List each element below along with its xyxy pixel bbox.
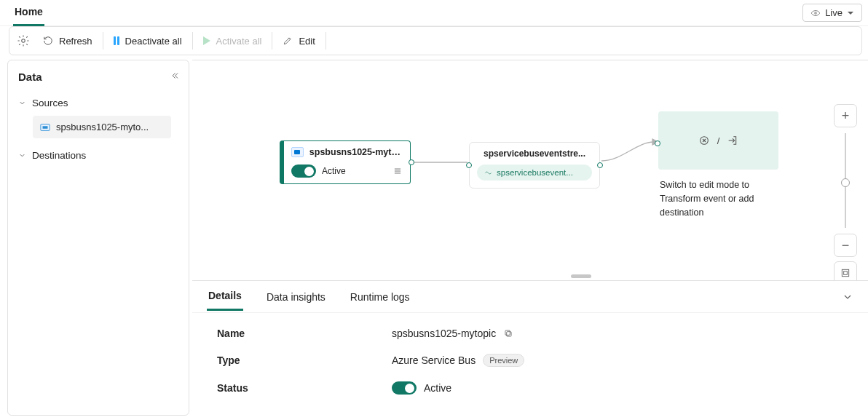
stream-icon (484, 169, 492, 177)
destination-help-text: Switch to edit mode to Transform event o… (658, 178, 778, 219)
source-active-toggle[interactable] (291, 165, 316, 178)
svg-rect-9 (505, 330, 510, 335)
destinations-accordion[interactable]: Destinations (12, 146, 184, 165)
node-output-port[interactable] (597, 162, 603, 168)
destination-placeholder[interactable]: / Switch to edit mode to Transform event… (658, 111, 778, 219)
svg-rect-3 (43, 126, 48, 129)
sources-label: Sources (32, 98, 68, 108)
data-sidebar: Data Sources spsbusns1025-myto... Destin… (7, 60, 189, 416)
eye-icon (810, 8, 821, 18)
zoom-thumb[interactable] (841, 178, 850, 187)
node-input-port[interactable] (655, 140, 660, 146)
stream-node-title: spservicebuseventstre... (477, 148, 592, 159)
edit-button[interactable]: Edit (272, 31, 325, 51)
details-body: Name spsbusns1025-mytopic Type Azure Ser… (192, 313, 868, 420)
stream-chip: spservicebusevent... (477, 165, 592, 181)
node-input-port[interactable] (466, 162, 472, 168)
caret-down-icon (847, 9, 854, 17)
sidebar-title: Data (18, 71, 178, 83)
tab-runtime-logs[interactable]: Runtime logs (349, 284, 411, 310)
sidebar-source-label: spsbusns1025-myto... (56, 122, 149, 132)
header: Home Live (0, 0, 868, 26)
live-label: Live (825, 7, 843, 18)
detail-row-name: Name spsbusns1025-mytopic (217, 328, 843, 339)
gear-icon[interactable] (17, 34, 30, 47)
deactivate-all-label: Deactivate all (125, 36, 182, 47)
activate-all-label: Activate all (216, 36, 262, 47)
service-bus-icon (40, 122, 50, 132)
details-panel: Details Data insights Runtime logs Name … (192, 280, 868, 420)
destination-iconbox: / (658, 111, 778, 170)
sidebar-source-item[interactable]: spsbusns1025-myto... (33, 116, 171, 138)
panel-resize-handle[interactable] (571, 274, 591, 278)
preview-badge: Preview (483, 354, 524, 367)
zoom-out-button[interactable]: − (834, 234, 857, 257)
tab-home[interactable]: Home (13, 0, 44, 26)
flow-canvas[interactable]: spsbusns1025-mytopic Active spservicebus… (192, 60, 868, 279)
detail-row-status: Status Active (217, 381, 843, 395)
svg-point-1 (22, 39, 25, 43)
activate-all-button: Activate all (193, 31, 272, 51)
svg-rect-8 (507, 332, 511, 336)
detail-row-type: Type Azure Service Bus Preview (217, 354, 843, 367)
fit-screen-icon (840, 268, 851, 278)
chevron-down-icon (18, 151, 26, 159)
svg-point-0 (815, 12, 817, 14)
copy-icon[interactable] (503, 328, 513, 338)
edit-label: Edit (299, 36, 315, 47)
transform-icon (698, 135, 710, 146)
hamburger-icon[interactable] (392, 166, 403, 176)
service-bus-icon (291, 147, 304, 157)
svg-rect-7 (844, 272, 848, 275)
sources-accordion[interactable]: Sources (12, 93, 184, 113)
details-tabs: Details Data insights Runtime logs (192, 281, 868, 313)
zoom-slider[interactable] (845, 133, 846, 228)
slash-separator: / (717, 135, 720, 146)
source-node-title: spsbusns1025-mytopic (309, 147, 403, 157)
zoom-control: + − (833, 104, 858, 285)
toolbar: Refresh Deactivate all Activate all Edit (9, 26, 862, 55)
destinations-label: Destinations (32, 150, 86, 161)
tab-details[interactable]: Details (207, 282, 243, 311)
name-value: spsbusns1025-mytopic (392, 328, 496, 339)
stream-chip-label: spservicebusevent... (497, 168, 573, 177)
connector (600, 133, 661, 162)
status-value: Active (424, 382, 451, 394)
type-label: Type (217, 354, 392, 366)
svg-rect-6 (842, 269, 848, 276)
stream-node[interactable]: spservicebuseventstre... spservicebuseve… (469, 142, 600, 189)
name-label: Name (217, 328, 392, 339)
edit-icon (283, 36, 293, 46)
tab-data-insights[interactable]: Data insights (265, 284, 327, 310)
source-status-label: Active (322, 166, 346, 176)
refresh-label: Refresh (59, 36, 92, 47)
collapse-sidebar-icon[interactable] (170, 71, 180, 81)
canvas-area: spsbusns1025-mytopic Active spservicebus… (192, 60, 868, 420)
chevron-down-icon (18, 99, 26, 107)
toolbar-separator (326, 32, 326, 49)
type-value: Azure Service Bus (392, 354, 476, 366)
zoom-in-button[interactable]: + (834, 104, 857, 127)
play-icon (203, 36, 210, 45)
collapse-panel-icon[interactable] (842, 291, 853, 303)
source-node[interactable]: spsbusns1025-mytopic Active (280, 140, 411, 184)
live-mode-dropdown[interactable]: Live (802, 4, 862, 22)
deactivate-all-button[interactable]: Deactivate all (103, 31, 192, 51)
refresh-button[interactable]: Refresh (33, 31, 103, 51)
refresh-icon (43, 36, 53, 46)
status-label: Status (217, 382, 392, 394)
pause-icon (114, 36, 119, 45)
node-output-port[interactable] (409, 159, 414, 165)
output-icon (727, 135, 738, 146)
status-toggle[interactable] (392, 381, 417, 395)
connector (411, 155, 470, 170)
